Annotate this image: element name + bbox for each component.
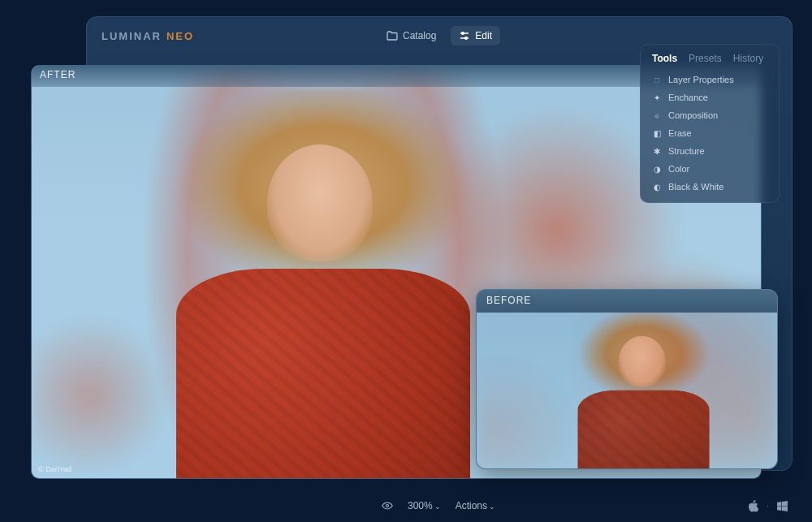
tool-layer-properties[interactable]: □ Layer Properties	[641, 71, 779, 88]
svg-point-2	[386, 504, 388, 507]
color-icon: ◑	[652, 164, 662, 174]
nav-catalog-label: Catalog	[403, 30, 436, 41]
svg-point-0	[462, 32, 464, 35]
bottom-bar: 300%⌄ Actions⌄ ·	[0, 490, 812, 522]
eye-icon[interactable]	[382, 500, 393, 511]
folder-icon	[387, 30, 398, 41]
app-logo: LUMINAR NEO	[102, 30, 194, 42]
structure-icon: ✱	[652, 146, 662, 156]
apple-icon	[748, 500, 758, 512]
tool-label: Erase	[668, 128, 692, 138]
tab-tools[interactable]: Tools	[652, 53, 677, 64]
tools-tabs: Tools Presets History	[641, 53, 779, 71]
tool-label: Structure	[668, 146, 705, 156]
before-label: BEFORE	[477, 290, 777, 313]
tool-erase[interactable]: ◧ Erase	[641, 124, 779, 142]
tool-color[interactable]: ◑ Color	[641, 160, 779, 178]
before-image[interactable]	[477, 290, 777, 468]
composition-icon: ⟐	[652, 110, 662, 120]
tools-panel: Tools Presets History □ Layer Properties…	[640, 44, 780, 203]
tool-label: Enchance	[668, 93, 708, 102]
nav-edit[interactable]: Edit	[451, 26, 500, 45]
tool-black-white[interactable]: ◐ Black & White	[641, 178, 779, 196]
actions-menu[interactable]: Actions⌄	[456, 500, 495, 511]
tool-structure[interactable]: ✱ Structure	[641, 142, 779, 160]
os-icons: ·	[748, 500, 788, 512]
svg-point-1	[465, 37, 468, 40]
separator: ·	[767, 500, 769, 511]
tab-presets[interactable]: Presets	[689, 53, 722, 64]
tab-history[interactable]: History	[733, 53, 763, 64]
enhance-icon: ✦	[652, 93, 662, 102]
tool-enhance[interactable]: ✦ Enchance	[641, 88, 779, 106]
tool-label: Layer Properties	[668, 75, 734, 84]
black-white-icon: ◐	[652, 182, 662, 192]
tool-label: Black & White	[668, 182, 723, 192]
tool-label: Color	[668, 164, 689, 174]
layer-properties-icon: □	[652, 75, 662, 84]
nav-catalog[interactable]: Catalog	[378, 26, 444, 45]
nav-edit-label: Edit	[475, 30, 492, 41]
before-panel: BEFORE	[476, 289, 778, 469]
logo-primary: LUMINAR	[102, 30, 162, 42]
tool-label: Composition	[668, 110, 718, 120]
chevron-down-icon: ⌄	[434, 503, 441, 511]
zoom-level[interactable]: 300%⌄	[408, 500, 441, 511]
header-nav: Catalog Edit	[378, 26, 500, 45]
sliders-icon	[459, 30, 470, 41]
image-credit: © DariYad	[38, 465, 71, 473]
erase-icon: ◧	[652, 128, 662, 138]
windows-icon	[777, 501, 788, 511]
logo-secondary: NEO	[166, 30, 194, 42]
tool-composition[interactable]: ⟐ Composition	[641, 106, 779, 124]
chevron-down-icon: ⌄	[489, 503, 495, 511]
